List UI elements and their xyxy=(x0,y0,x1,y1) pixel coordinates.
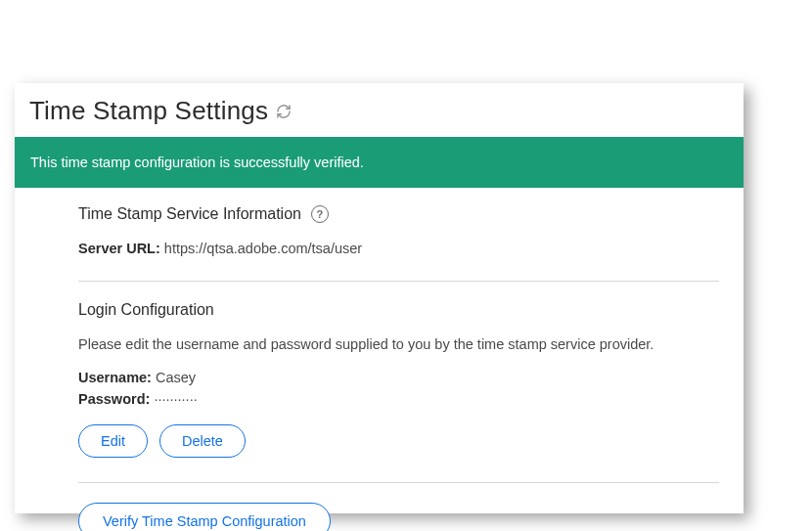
divider xyxy=(78,281,719,282)
success-banner: This time stamp configuration is success… xyxy=(15,137,744,188)
username-value: Casey xyxy=(156,370,196,385)
content-area: Time Stamp Service Information ? Server … xyxy=(78,205,719,531)
divider xyxy=(78,482,719,483)
service-info-title: Time Stamp Service Information xyxy=(78,205,301,223)
page-title-wrap: Time Stamp Settings xyxy=(29,96,292,126)
username-row: Username: Casey xyxy=(78,370,719,385)
verify-button[interactable]: Verify Time Stamp Configuration xyxy=(78,503,331,531)
page-title: Time Stamp Settings xyxy=(29,96,268,126)
username-label: Username: xyxy=(78,370,152,385)
password-row: Password: ··········· xyxy=(78,391,719,407)
server-url-label: Server URL: xyxy=(78,241,160,256)
edit-delete-row: Edit Delete xyxy=(78,424,719,458)
login-config-title: Login Configuration xyxy=(78,301,214,319)
server-url-value: https://qtsa.adobe.com/tsa/user xyxy=(164,241,362,256)
success-message: This time stamp configuration is success… xyxy=(30,155,364,170)
refresh-icon[interactable] xyxy=(276,104,292,119)
login-config-header: Login Configuration xyxy=(78,301,719,319)
edit-button[interactable]: Edit xyxy=(78,424,148,458)
server-url-row: Server URL: https://qtsa.adobe.com/tsa/u… xyxy=(78,241,719,256)
service-info-header: Time Stamp Service Information ? xyxy=(78,205,719,223)
password-value: ··········· xyxy=(154,391,197,407)
delete-button[interactable]: Delete xyxy=(159,424,246,458)
help-icon[interactable]: ? xyxy=(311,205,329,223)
login-config-description: Please edit the username and password su… xyxy=(78,336,719,352)
password-label: Password: xyxy=(78,391,150,407)
